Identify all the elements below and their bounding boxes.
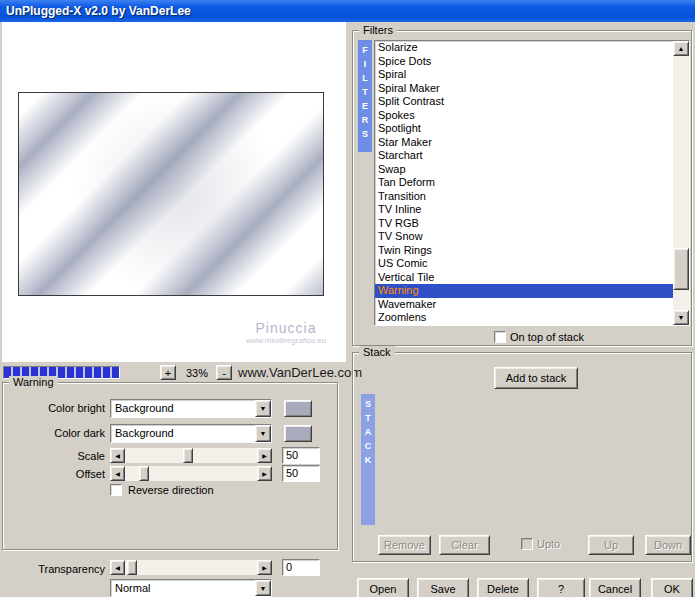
up-button[interactable]: Up xyxy=(588,535,634,555)
vanderlee-link[interactable]: www.VanDerLee.com xyxy=(238,365,338,380)
color-bright-dropdown-button[interactable]: ▼ xyxy=(255,400,271,417)
titlebar[interactable]: UnPlugged-X v2.0 by VanDerLee xyxy=(0,0,695,22)
arrow-right-icon: ▶ xyxy=(262,565,267,571)
offset-slider-left-button[interactable]: ◀ xyxy=(110,466,125,481)
scale-value-input[interactable]: 50 xyxy=(282,447,320,464)
upto-checkbox[interactable] xyxy=(521,538,533,550)
stack-group-label: Stack xyxy=(359,346,395,359)
filter-item[interactable]: Transition xyxy=(375,190,673,204)
stack-strip: STACK xyxy=(361,394,375,525)
filter-item[interactable]: TV Inline xyxy=(375,203,673,217)
offset-value-input[interactable]: 50 xyxy=(282,465,320,482)
chevron-down-icon: ▼ xyxy=(260,430,267,437)
filter-item[interactable]: Spice Dots xyxy=(375,55,673,69)
offset-slider-right-button[interactable]: ▶ xyxy=(257,466,272,481)
filters-strip-text: FILTERS xyxy=(360,45,370,152)
filter-item[interactable]: Wavemaker xyxy=(375,298,673,312)
filters-strip: FILTERS xyxy=(358,40,372,152)
preview-image[interactable] xyxy=(18,92,324,296)
filter-item[interactable]: TV Snow xyxy=(375,230,673,244)
watermark: Pinuccia www.miodiregrafico.eu xyxy=(238,320,334,345)
chevron-down-icon: ▼ xyxy=(260,585,267,592)
filter-item[interactable]: Zoomlens xyxy=(375,311,673,325)
cancel-button[interactable]: Cancel xyxy=(589,578,641,597)
zoom-in-button[interactable]: + xyxy=(160,365,176,380)
add-to-stack-button[interactable]: Add to stack xyxy=(494,367,578,389)
filter-item[interactable]: Spiral Maker xyxy=(375,82,673,96)
filter-item[interactable]: Starchart xyxy=(375,149,673,163)
color-dark-select[interactable]: Background ▼ xyxy=(110,424,272,443)
filters-scrollbar-thumb[interactable] xyxy=(673,248,689,290)
open-button[interactable]: Open xyxy=(357,578,409,597)
blend-mode-dropdown-button[interactable]: ▼ xyxy=(255,580,271,596)
color-bright-value: Background xyxy=(111,400,255,417)
filter-item-selected[interactable]: Warning xyxy=(375,284,673,298)
transparency-value-input[interactable]: 0 xyxy=(282,559,320,576)
on-top-of-stack-label: On top of stack xyxy=(510,331,584,343)
zoom-out-button[interactable]: - xyxy=(216,365,232,380)
zoom-level: 33% xyxy=(180,367,214,379)
color-dark-swatch[interactable] xyxy=(284,425,312,442)
arrow-right-icon: ▶ xyxy=(262,471,267,477)
scroll-up-button[interactable]: ▲ xyxy=(673,41,689,56)
offset-slider-track[interactable] xyxy=(125,466,257,481)
reverse-direction-checkbox[interactable] xyxy=(110,484,122,496)
clear-button[interactable]: Clear xyxy=(439,535,490,555)
filter-item[interactable]: Swap xyxy=(375,163,673,177)
filter-item[interactable]: Spokes xyxy=(375,109,673,123)
stack-strip-text: STACK xyxy=(363,399,373,525)
watermark-name: Pinuccia xyxy=(238,320,334,336)
down-button[interactable]: Down xyxy=(645,535,691,555)
transparency-slider-thumb[interactable] xyxy=(127,560,137,575)
filter-item[interactable]: Star Maker xyxy=(375,136,673,150)
arrow-down-icon: ▼ xyxy=(678,314,685,321)
reverse-direction-label: Reverse direction xyxy=(128,484,214,496)
arrow-up-icon: ▲ xyxy=(678,45,685,52)
color-dark-dropdown-button[interactable]: ▼ xyxy=(255,425,271,442)
scale-label: Scale xyxy=(5,450,105,462)
filter-item[interactable]: Solarize xyxy=(375,41,673,55)
chevron-down-icon: ▼ xyxy=(260,405,267,412)
filter-item[interactable]: US Comic xyxy=(375,257,673,271)
ok-button[interactable]: OK xyxy=(651,578,693,597)
color-bright-label: Color bright xyxy=(5,402,105,414)
filter-item[interactable]: Vertical Tile xyxy=(375,271,673,285)
filters-listbox[interactable]: Solarize Spice Dots Spiral Spiral Maker … xyxy=(374,40,690,326)
color-dark-label: Color dark xyxy=(5,427,105,439)
color-bright-select[interactable]: Background ▼ xyxy=(110,399,272,418)
transparency-slider-right-button[interactable]: ▶ xyxy=(257,560,272,575)
remove-button[interactable]: Remove xyxy=(378,535,431,555)
color-bright-swatch[interactable] xyxy=(284,400,312,417)
save-button[interactable]: Save xyxy=(417,578,469,597)
filter-item[interactable]: Spotlight xyxy=(375,122,673,136)
on-top-of-stack-checkbox[interactable] xyxy=(494,331,506,343)
scale-slider-left-button[interactable]: ◀ xyxy=(110,448,125,463)
scale-slider-track[interactable] xyxy=(125,448,257,463)
arrow-left-icon: ◀ xyxy=(115,453,120,459)
warning-group-label: Warning xyxy=(9,376,58,389)
transparency-slider-track[interactable] xyxy=(125,560,257,575)
filters-scrollbar[interactable]: ▲ ▼ xyxy=(673,41,689,325)
offset-slider-thumb[interactable] xyxy=(139,466,149,481)
scale-slider-right-button[interactable]: ▶ xyxy=(257,448,272,463)
filters-scroll-track[interactable] xyxy=(673,56,689,310)
filter-item[interactable]: Tan Deform xyxy=(375,176,673,190)
blend-mode-select[interactable]: Normal ▼ xyxy=(110,579,272,597)
filter-list: Solarize Spice Dots Spiral Spiral Maker … xyxy=(375,41,673,325)
offset-label: Offset xyxy=(5,468,105,480)
filter-item[interactable]: TV RGB xyxy=(375,217,673,231)
filter-item[interactable]: Split Contrast xyxy=(375,95,673,109)
scale-slider-thumb[interactable] xyxy=(183,448,193,463)
filter-item[interactable]: Twin Rings xyxy=(375,244,673,258)
help-button[interactable]: ? xyxy=(537,578,585,597)
offset-slider[interactable]: ◀ ▶ xyxy=(110,466,272,481)
scroll-down-button[interactable]: ▼ xyxy=(673,310,689,325)
transparency-slider-left-button[interactable]: ◀ xyxy=(110,560,125,575)
arrow-right-icon: ▶ xyxy=(262,453,267,459)
filters-group-label: Filters xyxy=(359,24,397,37)
delete-button[interactable]: Delete xyxy=(477,578,529,597)
filter-item[interactable]: Spiral xyxy=(375,68,673,82)
stack-list[interactable] xyxy=(377,394,690,525)
transparency-slider[interactable]: ◀ ▶ xyxy=(110,560,272,575)
scale-slider[interactable]: ◀ ▶ xyxy=(110,448,272,463)
